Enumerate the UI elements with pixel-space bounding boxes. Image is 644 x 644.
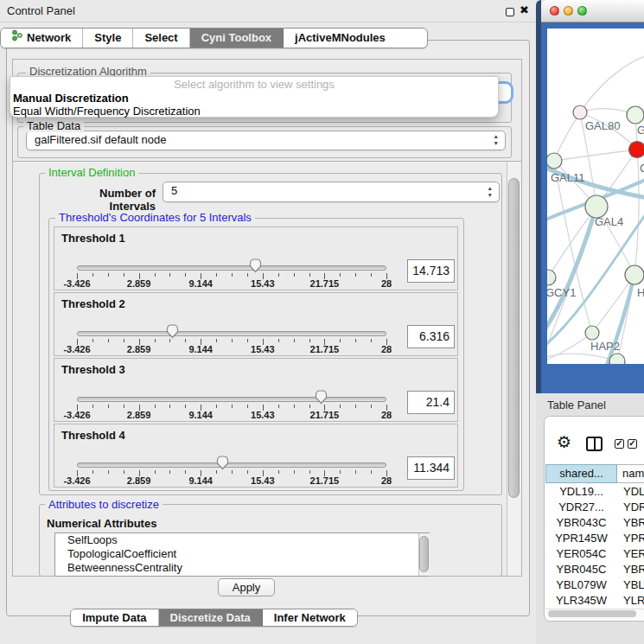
close-traffic-light[interactable]: [550, 6, 559, 16]
threshold-value-field[interactable]: 21.4: [407, 391, 455, 414]
slider-tick: [355, 339, 356, 342]
attribute-list-item[interactable]: SelfLoops: [55, 533, 429, 547]
slider-tick-label: 2.859: [113, 410, 165, 420]
slider-tick: [92, 470, 93, 474]
tab-impute-data[interactable]: Impute Data: [71, 609, 158, 626]
zoom-traffic-light[interactable]: [577, 6, 587, 16]
column-header-shared-name[interactable]: shared...: [545, 464, 617, 483]
combobox-spinner-icon[interactable]: ▲▼: [494, 133, 499, 147]
network-canvas[interactable]: GAL80GACGAL11GAL4GCY1HHAP2: [547, 29, 644, 364]
threshold-box: Threshold 1-3.4262.8599.14415.4321.71528…: [54, 226, 458, 290]
threshold-value-field[interactable]: 6.316: [407, 325, 455, 348]
slider-tick: [371, 405, 372, 408]
network-node-label: C: [640, 162, 644, 175]
slider-tick: [108, 273, 109, 277]
panel-divider: [13, 161, 521, 162]
network-node-ga[interactable]: [627, 106, 644, 124]
table-row[interactable]: YBR045CYBR0: [545, 562, 644, 577]
bottom-tab-bar: Impute DataDiscretize DataInfer Network: [0, 609, 428, 627]
slider-tick: [371, 273, 372, 277]
network-node-gal11[interactable]: [547, 153, 562, 169]
control-panel-window: Control Panel ✖ NetworkStyleSelectCyni T…: [0, 0, 536, 644]
slider-tick: [371, 470, 372, 474]
algorithm-placeholder-option[interactable]: Select algorithm to view settings: [10, 79, 498, 92]
network-node-hap2[interactable]: [585, 326, 599, 340]
slider-tick: [169, 339, 170, 342]
column-header-name[interactable]: name: [617, 464, 644, 483]
apply-button[interactable]: Apply: [218, 578, 275, 596]
slider-tick: [340, 273, 341, 277]
window-title: Control Panel: [7, 4, 75, 17]
close-icon[interactable]: ✖: [520, 3, 529, 16]
select-columns-checkbox-icon[interactable]: ✓: [628, 439, 637, 449]
numerical-attributes-list[interactable]: SelfLoopsTopologicalCoefficientBetweenne…: [54, 532, 430, 577]
horizontal-scrollbar-thumb[interactable]: [548, 610, 636, 617]
network-node[interactable]: [609, 354, 625, 364]
minimize-traffic-light[interactable]: [564, 6, 573, 16]
slider-track[interactable]: [77, 462, 386, 468]
table-row[interactable]: YDR27...YDR2: [545, 500, 644, 515]
screen: Control Panel ✖ NetworkStyleSelectCyni T…: [0, 0, 644, 644]
slider-tick: [278, 273, 279, 277]
slider-tick: [247, 470, 248, 474]
threshold-value-field[interactable]: 11.344: [407, 456, 455, 480]
slider-tick-label: 9.144: [175, 410, 226, 420]
tab-infer-network[interactable]: Infer Network: [263, 609, 357, 626]
tab-style[interactable]: Style: [83, 29, 133, 48]
attribute-list-item[interactable]: TopologicalCoefficient: [55, 547, 429, 561]
number-of-intervals-combobox[interactable]: 5 ▲▼: [163, 182, 500, 202]
slider-tick-label: -3.426: [51, 475, 103, 486]
network-node-gcy1[interactable]: [547, 270, 556, 285]
slider-thumb[interactable]: [315, 389, 328, 405]
slider-tick-label: 2.859: [113, 278, 165, 289]
slider-tick: [216, 405, 217, 408]
attributes-scrollbar-thumb[interactable]: [419, 536, 429, 572]
network-node-c[interactable]: [629, 142, 644, 158]
threshold-label: Threshold 4: [61, 429, 125, 442]
cell-shared-name: YBR043C: [545, 515, 617, 531]
combobox-spinner-icon[interactable]: ▲▼: [488, 185, 493, 199]
slider-thumb[interactable]: [249, 258, 262, 273]
threshold-coordinates-group-title: Threshold's Coordinates for 5 Intervals: [55, 212, 255, 224]
slider-track[interactable]: [77, 265, 386, 271]
split-columns-icon[interactable]: [586, 437, 603, 451]
table-row[interactable]: YLR345WYLR3: [545, 593, 644, 609]
slider-tick: [216, 339, 217, 342]
table-row[interactable]: YDL19...YDL1: [545, 484, 644, 500]
slider-tick: [247, 339, 248, 342]
threshold-value-field[interactable]: 14.713: [407, 259, 455, 283]
table-row[interactable]: YER054CYER0: [545, 546, 644, 562]
tab-cyni-toolbox[interactable]: Cyni Toolbox: [190, 29, 284, 48]
slider-thumb[interactable]: [166, 323, 179, 339]
tab-discretize-data[interactable]: Discretize Data: [159, 609, 263, 626]
slider-track[interactable]: [77, 397, 386, 402]
table-row[interactable]: YBR043CYBR0: [545, 515, 644, 531]
slider-tick: [124, 470, 124, 474]
slider-tick: [355, 470, 356, 474]
slider-tick: [92, 339, 93, 342]
network-node-label: GAL11: [551, 171, 585, 184]
slider-tick: [92, 273, 93, 277]
tab-select[interactable]: Select: [133, 29, 189, 48]
table-row[interactable]: YPR145WYPR1: [545, 531, 644, 546]
network-node-gal80[interactable]: [573, 105, 587, 119]
algorithm-option[interactable]: Equal Width/Frequency Discretization: [10, 105, 498, 118]
slider-tick-label: 15.43: [237, 344, 289, 354]
algorithm-option[interactable]: Manual Discretization: [10, 92, 498, 105]
float-window-icon[interactable]: [506, 8, 514, 16]
table-data-combobox[interactable]: galFiltered.sif default node ▲▼: [26, 131, 506, 150]
network-node-label: GCY1: [547, 286, 576, 299]
slider-tick: [169, 273, 170, 277]
cell-name: YBR0: [617, 515, 644, 531]
table-row[interactable]: YBL079WYBL0: [545, 577, 644, 593]
gear-icon[interactable]: ⚙: [557, 432, 571, 451]
tab-jactivemnodules[interactable]: jActiveMNodules: [284, 29, 397, 48]
slider-tick: [216, 273, 217, 277]
select-all-checkbox-icon[interactable]: ✓: [615, 439, 624, 449]
tab-network[interactable]: Network: [1, 29, 83, 48]
slider-thumb[interactable]: [216, 455, 229, 470]
network-node-h[interactable]: [625, 265, 644, 284]
settings-scrollbar-thumb[interactable]: [508, 178, 520, 498]
slider-track[interactable]: [77, 331, 386, 336]
attribute-list-item[interactable]: BetweennessCentrality: [55, 561, 429, 575]
